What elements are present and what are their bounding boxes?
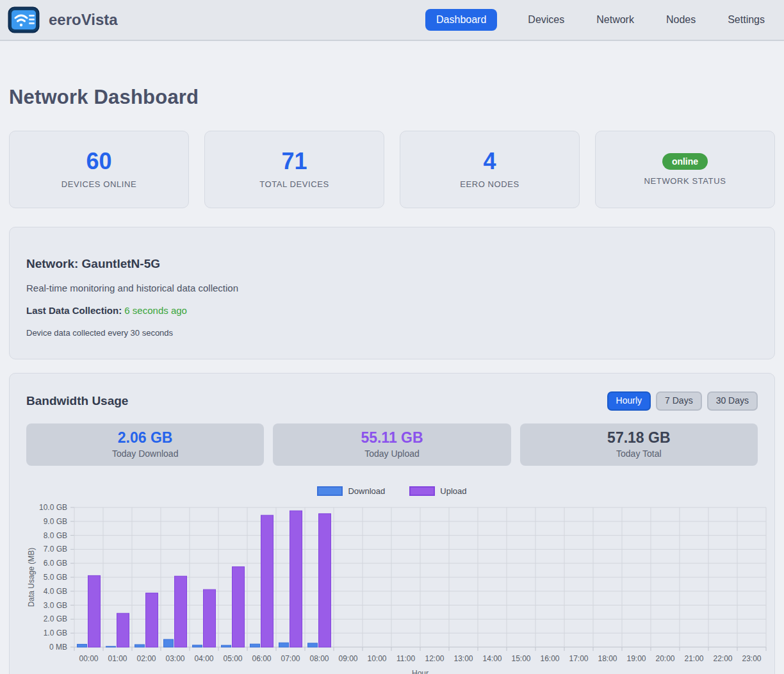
stat-card-eero-nodes: 4EERO NODES — [400, 131, 580, 208]
total-value: 57.18 GB — [607, 430, 670, 446]
top-header: eeroVista DashboardDevicesNetworkNodesSe… — [0, 0, 784, 41]
download-bar-08:00[interactable] — [308, 643, 318, 646]
total-value: 55.11 GB — [361, 430, 423, 446]
y-tick-label: 4.0 GB — [44, 586, 67, 595]
y-tick-label: 1.0 GB — [44, 629, 67, 637]
upload-bar-05:00[interactable] — [233, 566, 245, 646]
brand: eeroVista — [8, 6, 118, 33]
range-button-hourly[interactable]: Hourly — [607, 391, 651, 411]
download-bar-04:00[interactable] — [193, 645, 202, 646]
download-bar-03:00[interactable] — [164, 639, 174, 647]
x-tick-label: 16:00 — [540, 654, 559, 663]
bandwidth-totals: 2.06 GBToday Download55.11 GBToday Uploa… — [26, 423, 758, 466]
network-subtitle: Real-time monitoring and historical data… — [26, 283, 758, 293]
last-data-collection: Last Data Collection: 6 seconds ago — [26, 305, 758, 316]
x-tick-label: 05:00 — [223, 654, 242, 663]
stat-label: TOTAL DEVICES — [259, 179, 329, 189]
legend-item-upload: Upload — [409, 486, 466, 496]
x-tick-label: 17:00 — [569, 654, 588, 663]
main-content: Network Dashboard 60DEVICES ONLINE71TOTA… — [0, 86, 784, 674]
stat-value: 60 — [86, 150, 111, 173]
stat-value: 71 — [281, 150, 307, 173]
x-tick-label: 11:00 — [396, 654, 415, 663]
bar-chart-canvas: 0 MB1.0 GB2.0 GB3.0 GB4.0 GB5.0 GB6.0 GB… — [10, 497, 776, 674]
x-tick-label: 14:00 — [482, 654, 502, 663]
main-nav: DashboardDevicesNetworkNodesSettings — [425, 9, 766, 31]
stat-value: 4 — [483, 150, 496, 173]
nav-item-nodes[interactable]: Nodes — [665, 9, 697, 31]
x-tick-label: 18:00 — [598, 654, 617, 663]
online-status-badge: online — [662, 153, 708, 170]
chart-legend: Download Upload — [10, 486, 774, 496]
y-tick-label: 10.0 GB — [39, 503, 67, 512]
nav-item-devices[interactable]: Devices — [527, 9, 566, 31]
x-tick-label: 23:00 — [742, 654, 761, 663]
stat-cards: 60DEVICES ONLINE71TOTAL DEVICES4EERO NOD… — [9, 131, 775, 208]
legend-download-label: Download — [348, 486, 385, 496]
download-bar-05:00[interactable] — [222, 645, 231, 647]
x-tick-label: 04:00 — [194, 654, 213, 663]
y-tick-label: 8.0 GB — [44, 530, 67, 539]
x-tick-label: 12:00 — [425, 654, 444, 663]
x-tick-label: 08:00 — [309, 654, 329, 663]
stat-label: DEVICES ONLINE — [61, 179, 136, 189]
x-tick-label: 20:00 — [655, 654, 674, 663]
total-box-today-total: 57.18 GBToday Total — [520, 423, 758, 466]
brand-name: eeroVista — [49, 11, 118, 29]
page-title: Network Dashboard — [9, 86, 775, 109]
upload-bar-07:00[interactable] — [290, 511, 302, 647]
nav-item-network[interactable]: Network — [595, 9, 635, 31]
upload-bar-06:00[interactable] — [261, 515, 274, 647]
nav-item-dashboard[interactable]: Dashboard — [425, 9, 497, 31]
download-bar-02:00[interactable] — [135, 645, 145, 647]
stat-label: NETWORK STATUS — [644, 176, 726, 186]
upload-bar-08:00[interactable] — [319, 513, 331, 646]
network-info-card: Network: GauntletN-5G Real-time monitori… — [9, 227, 775, 359]
upload-bar-04:00[interactable] — [204, 589, 216, 647]
total-label: Today Upload — [364, 448, 420, 459]
x-tick-label: 19:00 — [626, 654, 646, 663]
collection-note: Device data collected every 30 seconds — [26, 328, 758, 338]
download-bar-00:00[interactable] — [78, 644, 87, 646]
total-label: Today Download — [112, 448, 179, 459]
x-tick-label: 22:00 — [713, 654, 732, 663]
last-collection-label: Last Data Collection: — [26, 305, 122, 316]
total-label: Today Total — [616, 448, 662, 459]
range-button-30-days[interactable]: 30 Days — [707, 391, 758, 411]
x-tick-label: 06:00 — [252, 654, 271, 663]
x-tick-label: 01:00 — [108, 654, 127, 663]
stat-card-network-status: onlineNETWORK STATUS — [595, 131, 775, 208]
x-tick-label: 13:00 — [453, 654, 473, 663]
y-tick-label: 7.0 GB — [44, 545, 67, 554]
download-swatch-icon — [317, 486, 343, 496]
upload-bar-02:00[interactable] — [146, 593, 158, 646]
x-tick-label: 15:00 — [511, 654, 530, 663]
legend-item-download: Download — [317, 486, 385, 496]
x-tick-label: 09:00 — [338, 654, 357, 663]
y-tick-label: 0 MB — [49, 643, 67, 652]
stat-card-devices-online: 60DEVICES ONLINE — [9, 131, 189, 208]
download-bar-01:00[interactable] — [106, 646, 116, 646]
bandwidth-card: Bandwidth Usage Hourly7 Days30 Days 2.06… — [9, 373, 775, 674]
y-tick-label: 9.0 GB — [44, 516, 67, 525]
y-tick-label: 5.0 GB — [44, 573, 67, 582]
bandwidth-title: Bandwidth Usage — [26, 394, 128, 408]
nav-item-settings[interactable]: Settings — [726, 9, 766, 31]
upload-bar-00:00[interactable] — [88, 575, 101, 647]
download-bar-07:00[interactable] — [279, 643, 289, 647]
upload-bar-03:00[interactable] — [175, 576, 187, 647]
stat-card-total-devices: 71TOTAL DEVICES — [204, 131, 384, 208]
y-tick-label: 2.0 GB — [44, 614, 67, 623]
total-box-today-upload: 55.11 GBToday Upload — [273, 423, 510, 466]
upload-bar-01:00[interactable] — [117, 613, 129, 647]
download-bar-06:00[interactable] — [250, 644, 260, 647]
x-tick-label: 21:00 — [684, 654, 703, 663]
legend-upload-label: Upload — [440, 486, 466, 496]
x-axis-title: Hour — [412, 669, 429, 674]
range-buttons: Hourly7 Days30 Days — [607, 391, 758, 411]
x-tick-label: 02:00 — [136, 654, 156, 663]
y-tick-label: 6.0 GB — [44, 559, 67, 568]
stat-label: EERO NODES — [460, 179, 519, 189]
last-collection-value: 6 seconds ago — [124, 305, 187, 316]
range-button-7-days[interactable]: 7 Days — [656, 391, 702, 411]
